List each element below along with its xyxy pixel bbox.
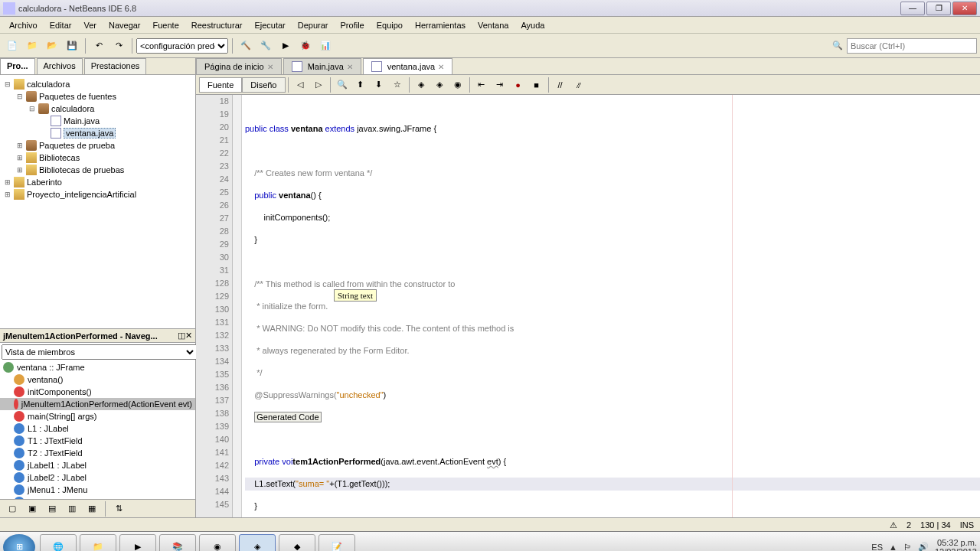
tree-test-packages[interactable]: ⊞Paquetes de prueba (3, 139, 192, 152)
task-explorer[interactable]: 📁 (80, 534, 116, 552)
find-prev-button[interactable]: ⬆ (351, 76, 370, 94)
tab-ventana-java[interactable]: ventana.java✕ (363, 58, 452, 74)
shift-right-button[interactable]: ⇥ (491, 76, 509, 94)
new-project-button[interactable]: 📁 (23, 37, 41, 55)
tree-source-packages[interactable]: ⊟Paquetes de fuentes (3, 90, 192, 103)
tray-flag-icon[interactable]: 🏳 (903, 543, 912, 552)
start-button[interactable]: ⊞ (3, 534, 35, 552)
menu-editar[interactable]: Editar (44, 18, 78, 32)
run-config-select[interactable]: <configuración prede... (136, 38, 228, 54)
menu-profile[interactable]: Profile (335, 18, 371, 32)
task-netbeans[interactable]: ◈ (239, 534, 276, 552)
tab-close-icon[interactable]: ✕ (267, 63, 273, 71)
tree-libraries[interactable]: ⊞Bibliotecas (3, 152, 192, 164)
folded-code[interactable]: Generated Code (254, 412, 321, 422)
code-editor[interactable]: 1819202122232425262728293031128129130131… (196, 95, 980, 517)
task-aptana[interactable]: ◆ (279, 534, 315, 552)
comment-button[interactable]: // (551, 76, 570, 94)
member-field-jmenu1[interactable]: jMenu1 : JMenu (0, 484, 195, 496)
tab-close-icon[interactable]: ✕ (438, 63, 444, 71)
tree-project-laberinto[interactable]: ⊞Laberinto (3, 176, 192, 188)
tab-close-icon[interactable]: ✕ (347, 63, 353, 71)
macro-record-button[interactable]: ● (509, 76, 528, 94)
menu-herramientas[interactable]: Herramientas (409, 18, 472, 32)
navigator-dock-icon[interactable]: ◫ (178, 331, 185, 341)
menu-ejecutar[interactable]: Ejecutar (248, 18, 291, 32)
menu-ayuda[interactable]: Ayuda (514, 18, 550, 32)
menu-equipo[interactable]: Equipo (371, 18, 409, 32)
member-field-jlabel1[interactable]: jLabel1 : JLabel (0, 459, 195, 471)
task-chrome[interactable]: ◉ (199, 534, 236, 552)
uncomment-button[interactable]: ⫽ (570, 76, 588, 94)
member-field-t2[interactable]: T2 : JTextField (0, 447, 195, 459)
history-fwd-button[interactable]: ▷ (309, 76, 328, 94)
tab-start-page[interactable]: Página de inicio✕ (196, 58, 282, 74)
nav-filter-1[interactable]: ▢ (3, 500, 21, 518)
toggle-highlight-button[interactable]: ☆ (388, 76, 407, 94)
nav-filter-4[interactable]: ▥ (63, 500, 81, 518)
code-area[interactable]: String text public class ventana extends… (242, 95, 980, 517)
history-back-button[interactable]: ◁ (291, 76, 309, 94)
new-file-button[interactable]: 📄 (3, 37, 21, 55)
redo-button[interactable]: ↷ (109, 37, 128, 55)
task-winrar[interactable]: 📚 (159, 534, 196, 552)
menu-ver[interactable]: Ver (77, 18, 103, 32)
nav-filter-2[interactable]: ▣ (23, 500, 41, 518)
menu-ventana[interactable]: Ventana (472, 18, 514, 32)
toggle-bookmark-button[interactable]: ◉ (449, 76, 467, 94)
build-button[interactable]: 🔨 (237, 37, 255, 55)
member-main[interactable]: main(String[] args) (0, 410, 195, 422)
prev-bookmark-button[interactable]: ◈ (412, 76, 430, 94)
tree-project-ia[interactable]: ⊞Proyecto_inteligenciaArtificial (3, 188, 192, 201)
task-notes[interactable]: 📝 (318, 534, 355, 552)
nav-filter-3[interactable]: ▤ (43, 500, 61, 518)
tray-expand-icon[interactable]: ▲ (889, 543, 897, 552)
member-class[interactable]: ventana :: JFrame (0, 361, 195, 373)
members-list[interactable]: ventana :: JFrame ventana() initComponen… (0, 361, 195, 499)
navigator-close-icon[interactable]: ✕ (185, 331, 192, 341)
nav-sort[interactable]: ⇅ (109, 500, 128, 518)
design-view-button[interactable]: Diseño (242, 77, 285, 93)
member-constructor[interactable]: ventana() (0, 373, 195, 386)
member-field-t1[interactable]: T1 : JTextField (0, 435, 195, 447)
member-field-jlabel2[interactable]: jLabel2 : JLabel (0, 471, 195, 484)
tree-file-main[interactable]: Main.java (3, 115, 192, 127)
language-indicator[interactable]: ES (871, 543, 883, 552)
navigator-view-select[interactable]: Vista de miembros (2, 344, 197, 360)
macro-stop-button[interactable]: ■ (528, 76, 546, 94)
close-button[interactable]: ✕ (952, 2, 977, 15)
profile-button[interactable]: 📊 (316, 37, 335, 55)
find-button[interactable]: 🔍 (333, 76, 351, 94)
menu-reestructurar[interactable]: Reestructurar (185, 18, 249, 32)
source-view-button[interactable]: Fuente (199, 77, 242, 93)
tab-projects[interactable]: Pro... (0, 58, 35, 74)
tab-services[interactable]: Prestaciones (84, 58, 147, 74)
member-actionperformed[interactable]: jMenuItem1ActionPerformed(ActionEvent ev… (0, 398, 195, 410)
error-badge-icon[interactable]: ⚠ (890, 520, 897, 530)
search-input[interactable] (847, 38, 977, 54)
tree-project-calculadora[interactable]: ⊟calculadora (3, 78, 192, 90)
clean-build-button[interactable]: 🔧 (256, 37, 275, 55)
minimize-button[interactable]: — (900, 2, 925, 15)
clock-date[interactable]: 12/02/2013 (935, 547, 977, 552)
maximize-button[interactable]: ❐ (926, 2, 951, 15)
menu-depurar[interactable]: Depurar (292, 18, 335, 32)
project-tree[interactable]: ⊟calculadora ⊟Paquetes de fuentes ⊟calcu… (0, 75, 195, 328)
member-initcomponents[interactable]: initComponents() (0, 386, 195, 398)
menu-navegar[interactable]: Navegar (103, 18, 147, 32)
tree-package-calculadora[interactable]: ⊟calculadora (3, 103, 192, 115)
tab-main-java[interactable]: Main.java✕ (283, 58, 361, 74)
fold-column[interactable] (233, 95, 242, 517)
tab-files[interactable]: Archivos (37, 58, 83, 74)
save-all-button[interactable]: 💾 (63, 37, 81, 55)
undo-button[interactable]: ↶ (90, 37, 108, 55)
menu-archivo[interactable]: Archivo (3, 18, 44, 32)
tray-volume-icon[interactable]: 🔊 (918, 542, 929, 551)
member-field-l1[interactable]: L1 : JLabel (0, 422, 195, 435)
task-ie[interactable]: 🌐 (40, 534, 77, 552)
menu-fuente[interactable]: Fuente (147, 18, 185, 32)
next-bookmark-button[interactable]: ◈ (430, 76, 449, 94)
find-next-button[interactable]: ⬇ (370, 76, 388, 94)
run-button[interactable]: ▶ (276, 37, 295, 55)
shift-left-button[interactable]: ⇤ (472, 76, 491, 94)
